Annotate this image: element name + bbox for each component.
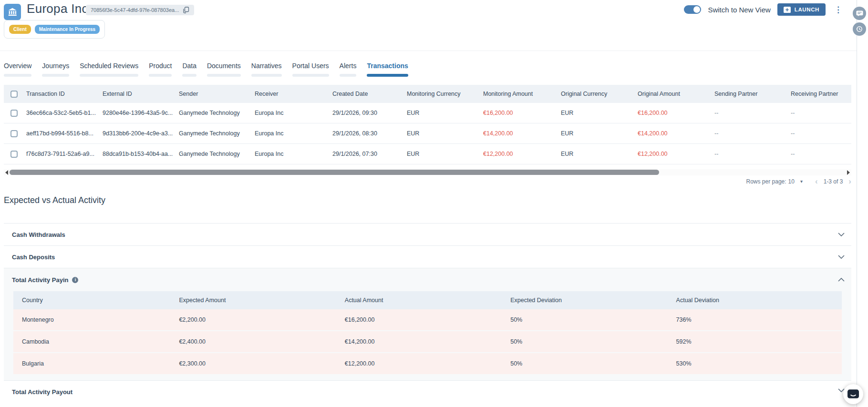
right-rail-divider bbox=[857, 0, 857, 407]
cell-receiving-partner: -- bbox=[791, 110, 851, 116]
cell-expected-deviation: 50% bbox=[510, 338, 676, 345]
select-all-checkbox[interactable] bbox=[10, 91, 18, 98]
toggle-knob bbox=[693, 6, 700, 13]
cell-receiving-partner: -- bbox=[791, 151, 851, 157]
tab-label: Product bbox=[149, 62, 172, 70]
page-title: Europa Inc bbox=[27, 1, 88, 16]
tab-underline bbox=[182, 74, 196, 77]
cell-original-currency: EUR bbox=[561, 151, 638, 157]
tab-underline bbox=[4, 74, 31, 77]
scroll-left-arrow-icon[interactable] bbox=[5, 170, 8, 175]
history-button[interactable] bbox=[853, 22, 866, 36]
cell-actual-amount: €12,200.00 bbox=[345, 360, 510, 367]
row-checkbox[interactable] bbox=[10, 151, 18, 158]
col-actual-amount: Actual Amount bbox=[345, 297, 510, 304]
payin-row: Bulgaria €2,300.00 €12,200.00 50% 530% bbox=[13, 353, 842, 375]
tab-label: Data bbox=[182, 62, 196, 70]
tab-underline bbox=[207, 74, 241, 77]
chat-launcher-button[interactable] bbox=[843, 384, 863, 404]
transaction-row[interactable]: 36ec66ca-53c2-5eb5-b1... 9280e46e-1396-4… bbox=[4, 103, 851, 123]
panel-total-activity-payin-header[interactable]: Total Activity Payin i bbox=[4, 268, 851, 291]
tab[interactable]: Alerts bbox=[340, 62, 357, 77]
tab-underline bbox=[340, 74, 357, 77]
comments-button[interactable] bbox=[853, 7, 866, 20]
transaction-row[interactable]: aeff17bd-b994-5516-b8... 9d313bb6-200e-4… bbox=[4, 123, 851, 144]
cell-country: Montenegro bbox=[13, 316, 179, 323]
cell-external-id: 9d313bb6-200e-4c9e-a3... bbox=[103, 130, 179, 137]
copy-icon[interactable] bbox=[183, 7, 189, 13]
cell-monitoring-amount: €16,200.00 bbox=[483, 110, 561, 116]
cell-expected-amount: €2,200.00 bbox=[179, 316, 344, 323]
cell-monitoring-currency: EUR bbox=[407, 130, 483, 137]
cell-external-id: 88dca91b-b153-40b4-aa... bbox=[103, 151, 179, 157]
kebab-menu-icon[interactable]: ⋮ bbox=[832, 5, 844, 15]
entity-id-text: 70856f3e-5c47-4dfd-97fe-087803ea... bbox=[91, 7, 179, 13]
tab-underline bbox=[251, 74, 282, 77]
tab-label: Transactions bbox=[367, 62, 408, 70]
payin-row: Montenegro €2,200.00 €16,200.00 50% 736% bbox=[13, 309, 842, 331]
scrollbar-thumb[interactable] bbox=[10, 170, 659, 175]
panel-cash-deposits[interactable]: Cash Deposits bbox=[4, 245, 851, 268]
col-monitoring-currency: Monitoring Currency bbox=[407, 91, 483, 97]
rows-per-page-label: Rows per page: bbox=[746, 178, 786, 185]
payin-table-header: Country Expected Amount Actual Amount Ex… bbox=[13, 291, 842, 309]
cell-expected-deviation: 50% bbox=[510, 360, 676, 367]
tab[interactable]: Product bbox=[149, 62, 172, 77]
messenger-icon bbox=[847, 389, 859, 399]
transaction-row[interactable]: f76c8d73-7911-52a6-a9... 88dca91b-b153-4… bbox=[4, 144, 851, 164]
col-receiver: Receiver bbox=[255, 91, 332, 97]
cell-transaction-id: f76c8d73-7911-52a6-a9... bbox=[26, 151, 103, 157]
col-created-date: Created Date bbox=[332, 91, 407, 97]
tab-underline bbox=[42, 74, 69, 77]
row-checkbox[interactable] bbox=[10, 130, 18, 137]
cell-actual-deviation: 530% bbox=[676, 360, 842, 367]
panel-total-activity-payout[interactable]: Total Activity Payout bbox=[4, 380, 851, 406]
cell-sending-partner: -- bbox=[714, 151, 791, 157]
prev-page-icon[interactable]: ‹ bbox=[815, 177, 818, 185]
tab-label: Documents bbox=[207, 62, 241, 70]
cell-actual-deviation: 736% bbox=[676, 316, 842, 323]
next-page-icon[interactable]: › bbox=[848, 177, 851, 185]
cell-transaction-id: 36ec66ca-53c2-5eb5-b1... bbox=[26, 110, 103, 116]
cell-original-amount: €16,200.00 bbox=[638, 110, 714, 116]
launch-button[interactable]: LAUNCH bbox=[777, 3, 826, 16]
panel-label: Total Activity Payin bbox=[12, 276, 68, 284]
row-checkbox[interactable] bbox=[10, 110, 18, 117]
cell-monitoring-currency: EUR bbox=[407, 110, 483, 116]
cell-actual-amount: €16,200.00 bbox=[345, 316, 510, 323]
cell-monitoring-currency: EUR bbox=[407, 151, 483, 157]
chevron-down-icon bbox=[838, 233, 845, 236]
tab[interactable]: Overview bbox=[4, 62, 31, 77]
col-country: Country bbox=[13, 297, 179, 304]
launch-folder-plus-icon bbox=[784, 7, 791, 13]
col-original-currency: Original Currency bbox=[561, 91, 638, 97]
tab[interactable]: Data bbox=[182, 62, 196, 77]
launch-button-label: LAUNCH bbox=[795, 7, 819, 12]
tag-client: Client bbox=[9, 25, 31, 34]
panel-total-activity-payin: Total Activity Payin i Country Expected … bbox=[4, 268, 851, 380]
switch-view-toggle[interactable] bbox=[684, 5, 701, 14]
tab[interactable]: Journeys bbox=[42, 62, 69, 77]
transactions-table-body: 36ec66ca-53c2-5eb5-b1... 9280e46e-1396-4… bbox=[4, 103, 851, 164]
tab[interactable]: Scheduled Reviews bbox=[80, 62, 138, 77]
col-sending-partner: Sending Partner bbox=[714, 91, 791, 97]
tab[interactable]: Transactions bbox=[367, 62, 408, 77]
scroll-right-arrow-icon[interactable] bbox=[847, 170, 850, 175]
col-external-id: External ID bbox=[103, 91, 179, 97]
rows-per-page-caret-icon[interactable]: ▾ bbox=[800, 179, 803, 184]
cell-monitoring-amount: €12,200.00 bbox=[483, 151, 561, 157]
tab-underline bbox=[367, 74, 408, 77]
cell-sender: Ganymede Technology bbox=[179, 151, 255, 157]
tab[interactable]: Portal Users bbox=[292, 62, 329, 77]
tab[interactable]: Narratives bbox=[251, 62, 282, 77]
cell-country: Bulgaria bbox=[13, 360, 179, 367]
cell-original-currency: EUR bbox=[561, 130, 638, 137]
rows-per-page-value[interactable]: 10 bbox=[788, 178, 795, 185]
info-icon[interactable]: i bbox=[72, 277, 78, 283]
panel-cash-withdrawals[interactable]: Cash Withdrawals bbox=[4, 223, 851, 245]
col-expected-deviation: Expected Deviation bbox=[510, 297, 676, 304]
tab[interactable]: Documents bbox=[207, 62, 241, 77]
tab-label: Overview bbox=[4, 62, 31, 70]
payin-table: Country Expected Amount Actual Amount Ex… bbox=[13, 291, 842, 375]
cell-actual-amount: €14,200.00 bbox=[345, 338, 510, 345]
